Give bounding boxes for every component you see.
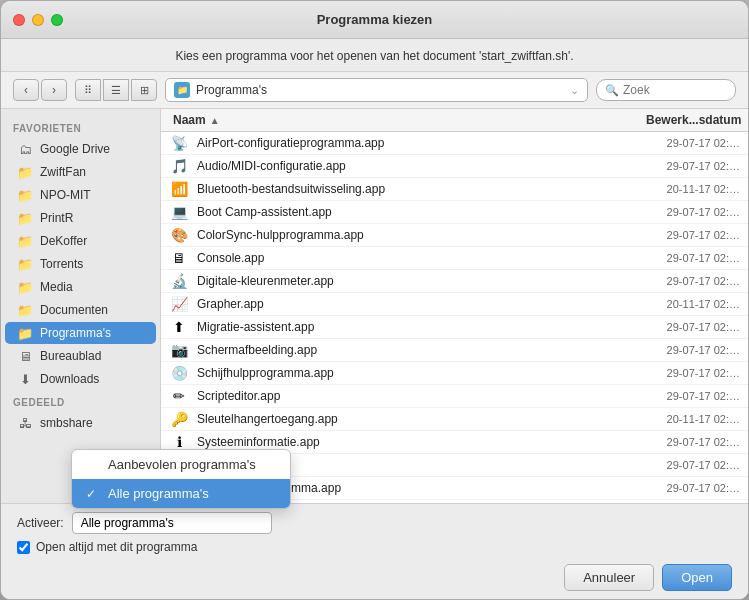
sidebar-item-label: ZwiftFan	[40, 165, 86, 179]
zwiftfan-icon: 📁	[17, 164, 33, 180]
sidebar-item-dekoffer[interactable]: 📁 DeKoffer	[5, 230, 156, 252]
file-icon: 📡	[170, 134, 188, 152]
sidebar-item-printr[interactable]: 📁 PrintR	[5, 207, 156, 229]
file-icon-cell: 🔑	[161, 410, 197, 428]
sidebar-item-label: DeKoffer	[40, 234, 87, 248]
window: Programma kiezen Kies een programma voor…	[0, 0, 749, 600]
window-title: Programma kiezen	[317, 12, 433, 27]
table-row[interactable]: 📈 Grapher.app 20-11-17 02:…	[161, 293, 748, 316]
column-view-button[interactable]: ⊞	[131, 79, 157, 101]
documenten-icon: 📁	[17, 302, 33, 318]
column-date-header[interactable]: Bewerk...sdatum	[638, 113, 748, 127]
table-row[interactable]: 📡 AirPort-configuratieprogramma.app 29-0…	[161, 132, 748, 155]
file-icon: ✏	[170, 387, 188, 405]
close-button[interactable]	[13, 14, 25, 26]
file-date: 20-11-17 02:…	[638, 413, 748, 425]
file-icon-cell: 📡	[161, 134, 197, 152]
npo-mit-icon: 📁	[17, 187, 33, 203]
back-button[interactable]: ‹	[13, 79, 39, 101]
file-icon-cell: 🎨	[161, 226, 197, 244]
file-name: Boot Camp-assistent.app	[197, 205, 638, 219]
file-date: 29-07-17 02:…	[638, 252, 748, 264]
window-controls	[13, 14, 63, 26]
file-icon-cell: 🔬	[161, 272, 197, 290]
dropdown-label-aanbevolen: Aanbevolen programma's	[108, 457, 256, 472]
dekoffer-icon: 📁	[17, 233, 33, 249]
downloads-icon: ⬇	[17, 371, 33, 387]
google-drive-icon: 🗂	[17, 141, 33, 157]
file-date: 29-07-17 02:…	[638, 344, 748, 356]
activeer-select[interactable]: Alle programma's Aanbevolen programma's	[72, 512, 272, 534]
file-name: AirPort-configuratieprogramma.app	[197, 136, 638, 150]
file-icon-cell: 📷	[161, 341, 197, 359]
dropdown-item-aanbevolen[interactable]: Aanbevolen programma's	[72, 450, 290, 479]
file-icon-cell: ✏	[161, 387, 197, 405]
table-row[interactable]: 🎵 Audio/MIDI-configuratie.app 29-07-17 0…	[161, 155, 748, 178]
file-name: Grapher.app	[197, 297, 638, 311]
sidebar-item-bureaublad[interactable]: 🖥 Bureaublad	[5, 345, 156, 367]
column-name-header[interactable]: Naam ▲	[161, 113, 638, 127]
sidebar-item-google-drive[interactable]: 🗂 Google Drive	[5, 138, 156, 160]
file-name: Sleutelhangertoegang.app	[197, 412, 638, 426]
icon-view-button[interactable]: ⠿	[75, 79, 101, 101]
table-row[interactable]: 📷 Schermafbeelding.app 29-07-17 02:…	[161, 339, 748, 362]
table-row[interactable]: ⬆ Migratie-assistent.app 29-07-17 02:…	[161, 316, 748, 339]
file-icon-cell: 📶	[161, 180, 197, 198]
location-bar[interactable]: 📁 Programma's ⌄	[165, 78, 588, 102]
table-row[interactable]: ✏ Scripteditor.app 29-07-17 02:…	[161, 385, 748, 408]
table-row[interactable]: 📶 Bluetooth-bestandsuitwisseling.app 20-…	[161, 178, 748, 201]
dropdown-item-alle[interactable]: ✓ Alle programma's	[72, 479, 290, 508]
always-open-checkbox[interactable]	[17, 541, 30, 554]
file-name: Audio/MIDI-configuratie.app	[197, 159, 638, 173]
programmas-icon: 📁	[17, 325, 33, 341]
sidebar-item-label: Bureaublad	[40, 349, 101, 363]
list-view-button[interactable]: ☰	[103, 79, 129, 101]
file-icon-cell: 📈	[161, 295, 197, 313]
dropdown-overlay: Aanbevolen programma's ✓ Alle programma'…	[71, 449, 291, 509]
file-icon: 💻	[170, 203, 188, 221]
table-row[interactable]: 🔑 Sleutelhangertoegang.app 20-11-17 02:…	[161, 408, 748, 431]
search-input[interactable]	[623, 83, 727, 97]
title-bar: Programma kiezen	[1, 1, 748, 39]
sidebar-item-label: Google Drive	[40, 142, 110, 156]
file-date: 20-11-17 02:…	[638, 183, 748, 195]
sidebar-item-zwiftfan[interactable]: 📁 ZwiftFan	[5, 161, 156, 183]
file-icon: 🖥	[170, 249, 188, 267]
table-row[interactable]: 💿 Schijfhulpprogramma.app 29-07-17 02:…	[161, 362, 748, 385]
sidebar-item-media[interactable]: 📁 Media	[5, 276, 156, 298]
forward-button[interactable]: ›	[41, 79, 67, 101]
sidebar-item-npo-mit[interactable]: 📁 NPO-MIT	[5, 184, 156, 206]
table-row[interactable]: 🔬 Digitale-kleurenmeter.app 29-07-17 02:…	[161, 270, 748, 293]
location-text: Programma's	[196, 83, 564, 97]
file-date: 29-07-17 02:…	[638, 137, 748, 149]
file-list-area: Naam ▲ Bewerk...sdatum 📡 AirPort-configu…	[161, 109, 748, 503]
open-button[interactable]: Open	[662, 564, 732, 591]
file-name: Systeeminformatie.app	[197, 435, 638, 449]
maximize-button[interactable]	[51, 14, 63, 26]
search-icon: 🔍	[605, 84, 619, 97]
sidebar-item-smbshare[interactable]: 🖧 smbshare	[5, 412, 156, 434]
file-icon: ⬆	[170, 318, 188, 336]
sidebar-item-downloads[interactable]: ⬇ Downloads	[5, 368, 156, 390]
table-row[interactable]: 💻 Boot Camp-assistent.app 29-07-17 02:…	[161, 201, 748, 224]
table-row[interactable]: 🎨 ColorSync-hulpprogramma.app 29-07-17 0…	[161, 224, 748, 247]
checkbox-row: Open altijd met dit programma	[17, 540, 732, 554]
sidebar-item-programmas[interactable]: 📁 Programma's	[5, 322, 156, 344]
bottom-bar: Activeer: Alle programma's Aanbevolen pr…	[1, 503, 748, 599]
file-date: 29-07-17 02:…	[638, 367, 748, 379]
file-icon: 🎵	[170, 157, 188, 175]
checkbox-label: Open altijd met dit programma	[36, 540, 197, 554]
file-date: 29-07-17 02:…	[638, 275, 748, 287]
sidebar-item-torrents[interactable]: 📁 Torrents	[5, 253, 156, 275]
table-row[interactable]: 🖥 Console.app 29-07-17 02:…	[161, 247, 748, 270]
search-box[interactable]: 🔍	[596, 79, 736, 101]
sidebar-item-documenten[interactable]: 📁 Documenten	[5, 299, 156, 321]
sidebar-item-label: PrintR	[40, 211, 73, 225]
file-date: 20-11-17 02:…	[638, 298, 748, 310]
file-list: 📡 AirPort-configuratieprogramma.app 29-0…	[161, 132, 748, 503]
file-date: 29-07-17 02:…	[638, 229, 748, 241]
cancel-button[interactable]: Annuleer	[564, 564, 654, 591]
file-date: 29-07-17 02:…	[638, 160, 748, 172]
dropdown-check-selected: ✓	[86, 487, 100, 501]
minimize-button[interactable]	[32, 14, 44, 26]
